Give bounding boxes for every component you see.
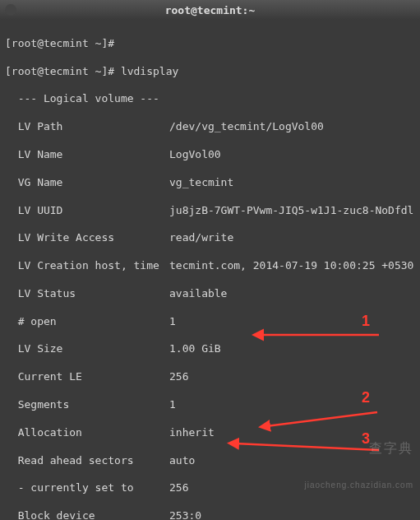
lv-key: Block device	[5, 509, 169, 520]
lv-value: 1	[169, 398, 176, 411]
lv-key: Current LE	[5, 370, 169, 384]
lv-key: LV Name	[5, 148, 169, 162]
lv-row: Current LE256	[5, 370, 415, 384]
section-header: --- Logical volume ---	[5, 92, 415, 106]
lv-key: # open	[5, 315, 169, 329]
lv-key: LV Creation host, time	[5, 259, 169, 273]
lv-value: 253:0	[169, 509, 201, 520]
lv-key: LV UUID	[5, 204, 169, 218]
lv-key: LV Status	[5, 287, 169, 301]
lv-key: LV Path	[5, 120, 169, 134]
command-line: [root@tecmint ~]# lvdisplay	[5, 65, 415, 79]
lv-row: LV Size1.00 GiB	[5, 342, 415, 356]
lv-key: Segments	[5, 398, 169, 412]
lv-value: auto	[169, 454, 195, 467]
lv-row: Segments1	[5, 398, 415, 412]
annotation-label-1: 1	[362, 312, 370, 331]
watermark: 查字典 jiaocheng.chazidian.com	[304, 416, 413, 515]
lv-key: - currently set to	[5, 481, 169, 495]
lv-row: LV UUIDju8jzB-7GWT-PVwm-JIQ5-w1J1-zuc8-N…	[5, 204, 415, 218]
lv-value: tecmint.com, 2014-07-19 10:00:25 +0530	[169, 259, 413, 272]
lv-value: 256	[169, 370, 188, 383]
lv-row: # open1	[5, 315, 415, 329]
lv-value: 1	[169, 315, 176, 327]
watermark-line1: 查字典	[304, 441, 413, 456]
lv-key: Read ahead sectors	[5, 454, 169, 468]
prompt-line: [root@tecmint ~]#	[5, 37, 415, 51]
lv-value: vg_tecmint	[169, 176, 233, 188]
lv-key: VG Name	[5, 176, 169, 190]
lv-value: LogVol00	[169, 148, 221, 160]
lv-value: ju8jzB-7GWT-PVwm-JIQ5-w1J1-zuc8-NoDfdl	[169, 204, 413, 216]
lv-row: LV Statusavailable	[5, 287, 415, 301]
watermark-line2: jiaocheng.chazidian.com	[304, 481, 413, 490]
lv-value: 256	[169, 481, 188, 494]
lv-row: LV NameLogVol00	[5, 148, 415, 162]
lv-row: LV Path/dev/vg_tecmint/LogVol00	[5, 120, 415, 134]
lv-value: read/write	[169, 231, 233, 244]
lv-value: inherit	[169, 426, 215, 439]
lv-key: LV Size	[5, 342, 169, 356]
window-controls	[5, 4, 16, 16]
lv-value: /dev/vg_tecmint/LogVol00	[169, 120, 324, 132]
lv-value: available	[169, 287, 227, 299]
lv-key: LV Write Access	[5, 231, 169, 245]
lv-value: 1.00 GiB	[169, 342, 221, 355]
lv-row: VG Namevg_tecmint	[5, 176, 415, 190]
window-titlebar: root@tecmint:~	[0, 0, 420, 20]
lv-row: LV Write Accessread/write	[5, 231, 415, 245]
terminal-output[interactable]: [root@tecmint ~]# [root@tecmint ~]# lvdi…	[0, 20, 420, 520]
window-title: root@tecmint:~	[165, 4, 256, 16]
close-icon[interactable]	[5, 4, 16, 16]
lv-row: LV Creation host, timetecmint.com, 2014-…	[5, 259, 415, 273]
annotation-label-2: 2	[362, 388, 370, 407]
lv-key: Allocation	[5, 426, 169, 440]
